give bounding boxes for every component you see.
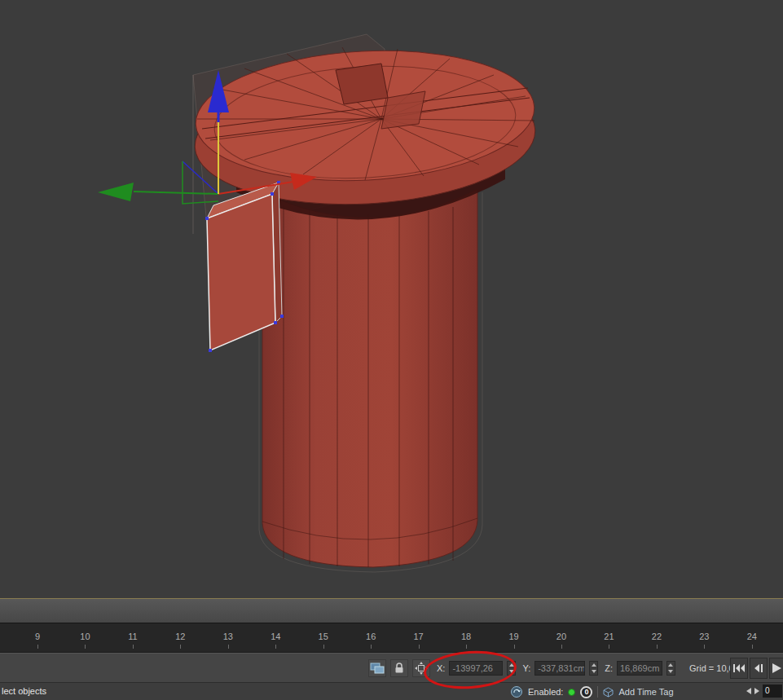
isolate-selection-button[interactable] [368,659,386,677]
tick-label: 24 [741,632,763,641]
isolate-selection-icon [370,663,385,674]
timeline-ticks: 9 10 11 12 13 14 15 16 17 18 19 20 21 22… [27,632,763,641]
viewport-3d[interactable] [0,0,783,598]
tick-label: 21 [598,632,619,641]
tick-label: 16 [360,632,381,641]
x-coordinate-field[interactable]: -13997,26 [449,661,503,676]
tick-label: 17 [408,632,429,641]
divider [597,686,598,698]
absolute-offset-icon [415,662,428,675]
lock-icon [394,663,404,674]
tick-label: 22 [646,632,667,641]
tick-label: 15 [313,632,334,641]
y-coordinate-label: Y: [522,663,530,673]
tick-label: 12 [169,632,191,641]
timeline-ruler[interactable]: 9 10 11 12 13 14 15 16 17 18 19 20 21 22… [0,623,783,653]
tick-label: 10 [74,632,95,641]
x-coordinate-spinner[interactable] [507,661,516,676]
tick-label: 20 [551,632,572,641]
selection-lock-button[interactable] [390,659,408,677]
counter-badge-button[interactable]: 0 [580,686,592,698]
prompt-bar: lect objects Enabled: 0 Add Time Tag 0 [0,682,783,700]
play-button[interactable] [769,658,783,679]
gizmo-y-arrowhead[interactable] [98,183,134,201]
z-coordinate-label: Z: [605,663,613,673]
z-coordinate-spinner[interactable] [666,661,675,676]
tick-label: 18 [455,632,477,641]
x-coordinate-label: X: [437,663,445,673]
tick-label: 9 [27,632,48,641]
go-to-start-icon [733,664,745,672]
prev-arrow-button[interactable] [746,688,751,694]
go-to-start-button[interactable] [730,658,748,679]
previous-frame-icon [754,664,763,672]
status-bar: X: -13997,26 Y: -337,831cm Z: 16,869cm G… [0,653,783,682]
z-coordinate-field[interactable]: 16,869cm [617,661,662,676]
tick-label: 13 [218,632,239,641]
tick-label: 14 [265,632,286,641]
enabled-label: Enabled: [528,687,563,697]
time-tag-cube-icon [603,687,614,698]
enabled-indicator [568,689,575,696]
tick-label: 23 [693,632,715,641]
frame-number-field[interactable]: 0 [763,685,782,698]
add-time-tag-button[interactable]: Add Time Tag [618,687,673,697]
y-coordinate-field[interactable]: -337,831cm [534,661,585,676]
tick-label: 19 [504,632,525,641]
viewport-canvas [0,0,783,598]
absolute-offset-toggle[interactable] [412,659,430,677]
y-coordinate-spinner[interactable] [589,661,598,676]
time-slider-track[interactable] [0,598,783,623]
prompt-line: lect objects [2,686,46,696]
play-icon [772,663,781,673]
next-arrow-button[interactable] [754,688,759,694]
previous-frame-button[interactable] [750,658,768,679]
sync-status-icon[interactable] [510,685,523,698]
tick-label: 11 [122,632,143,641]
